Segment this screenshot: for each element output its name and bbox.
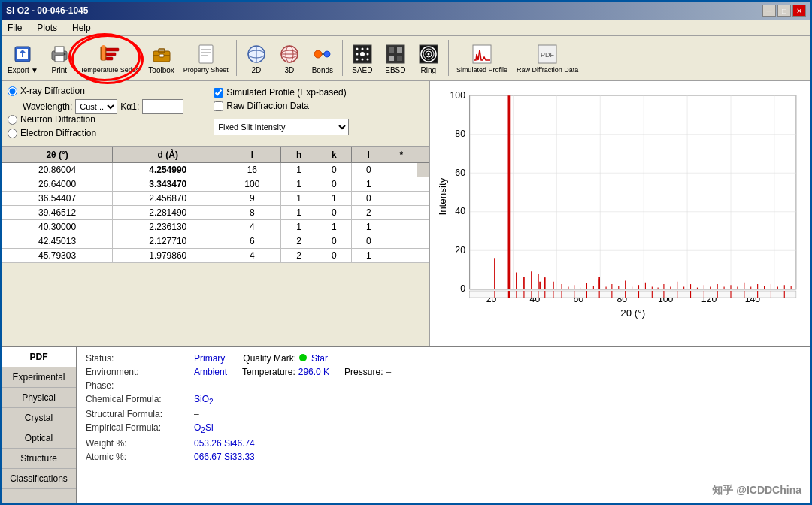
- 2d-icon: [244, 42, 268, 66]
- table-cell: 1: [317, 220, 351, 234]
- svg-point-33: [356, 58, 358, 60]
- tab-pdf[interactable]: PDF: [2, 347, 76, 367]
- close-button[interactable]: ✕: [792, 5, 806, 17]
- tab-optical[interactable]: Optical: [2, 428, 76, 449]
- export-icon: [11, 42, 35, 66]
- svg-point-38: [366, 53, 368, 55]
- window-title: Si O2 - 00-046-1045: [6, 5, 88, 16]
- raw-diffraction-text: Raw Diffraction Data: [226, 101, 309, 111]
- raw-diffraction-button[interactable]: PDF Raw Diffraction Data: [514, 41, 581, 75]
- tab-classifications[interactable]: Classifications: [2, 469, 76, 489]
- col-header-k: k: [317, 147, 351, 163]
- svg-point-32: [366, 47, 368, 50]
- xray-radio[interactable]: [8, 86, 17, 96]
- scroll-cell: [417, 177, 429, 192]
- phase-row: Phase: –: [86, 380, 801, 391]
- menu-file[interactable]: File: [5, 21, 25, 35]
- neutron-radio[interactable]: [8, 115, 17, 125]
- table-row[interactable]: 40.300002.2361304111: [2, 220, 429, 234]
- svg-text:Intensity: Intensity: [437, 177, 448, 215]
- separator-2: [342, 40, 343, 76]
- svg-point-36: [361, 58, 363, 60]
- tab-physical[interactable]: Physical: [2, 388, 76, 408]
- menu-help[interactable]: Help: [69, 21, 94, 35]
- maximize-button[interactable]: □: [777, 5, 791, 17]
- diffraction-table: 2θ (°) d (Å) I h k l * 20.860044.2: [2, 147, 429, 263]
- temperature-series-button[interactable]: Temperature Series: [77, 41, 143, 75]
- simulated-profile-checkbox[interactable]: [214, 88, 223, 98]
- simulated-profile-button[interactable]: Simulated Profile: [453, 41, 511, 75]
- table-row[interactable]: 26.640003.343470100101: [2, 177, 429, 192]
- svg-rect-10: [106, 57, 113, 60]
- table-row[interactable]: 20.860044.25499016100: [2, 163, 429, 177]
- table-cell: [386, 206, 417, 220]
- ebsd-label: EBSD: [385, 66, 405, 74]
- table-cell: 1: [281, 192, 317, 206]
- options-panel: X-ray Diffraction Wavelength: Cust... Cu…: [2, 81, 429, 147]
- table-row[interactable]: 42.450132.1277106200: [2, 234, 429, 249]
- table-cell: 1.979860: [113, 249, 223, 263]
- table-cell: 9: [223, 192, 281, 206]
- table-cell: [386, 163, 417, 177]
- scroll-cell: [417, 206, 429, 220]
- quality-label: Quality Mark:: [243, 353, 296, 364]
- atomic-value: 066.67 Si33.33: [194, 452, 255, 462]
- kalpha-input[interactable]: 1.5406: [142, 99, 183, 114]
- toolbox-button[interactable]: Toolbox: [145, 41, 177, 76]
- saed-button[interactable]: SAED: [347, 41, 377, 76]
- svg-text:2θ (°): 2θ (°): [620, 307, 645, 319]
- scroll-cell: [417, 192, 429, 206]
- toolbar: Export▼ Print: [2, 36, 810, 81]
- raw-diffraction-checkbox-label[interactable]: Raw Diffraction Data: [214, 101, 349, 111]
- electron-radio-label[interactable]: Electron Diffraction: [8, 128, 96, 138]
- minimize-button[interactable]: ─: [762, 5, 776, 17]
- ring-label: Ring: [421, 66, 437, 74]
- electron-radio[interactable]: [8, 129, 17, 138]
- print-button[interactable]: Print: [44, 41, 74, 76]
- xray-radio-label[interactable]: X-ray Diffraction: [8, 86, 85, 96]
- table-cell: 1: [317, 192, 351, 206]
- property-sheet-button[interactable]: Property Sheet: [180, 41, 232, 75]
- table-row[interactable]: 36.544072.4568709110: [2, 192, 429, 206]
- table-row[interactable]: 39.465122.2814908102: [2, 206, 429, 220]
- simulated-profile-checkbox-label[interactable]: Simulated Profile (Exp-based): [214, 87, 349, 98]
- tab-structure[interactable]: Structure: [2, 449, 76, 469]
- formula-value: SiO2: [194, 394, 214, 406]
- electron-row: Electron Diffraction: [8, 128, 183, 138]
- ring-button[interactable]: Ring: [414, 41, 444, 76]
- kalpha-label: Kα1:: [120, 101, 139, 112]
- main-content: X-ray Diffraction Wavelength: Cust... Cu…: [2, 81, 810, 346]
- neutron-radio-label[interactable]: Neutron Diffraction: [8, 114, 95, 125]
- table-cell: 100: [223, 177, 281, 192]
- tab-experimental[interactable]: Experimental: [2, 367, 76, 388]
- status-label: Status:: [86, 353, 191, 364]
- menu-plots[interactable]: Plots: [34, 21, 60, 35]
- raw-diffraction-checkbox[interactable]: [214, 101, 223, 111]
- 2d-button[interactable]: 2D: [241, 41, 271, 76]
- sidebar-tabs: PDF Experimental Physical Crystal Optica…: [2, 347, 77, 503]
- svg-rect-41: [397, 47, 402, 53]
- col-header-scroll: [417, 147, 429, 163]
- property-sheet-icon: [194, 42, 218, 66]
- weight-label: Weight %:: [86, 438, 191, 449]
- table-cell: [386, 234, 417, 249]
- table-row[interactable]: 45.793031.9798604201: [2, 249, 429, 263]
- table-cell: 1: [281, 206, 317, 220]
- wavelength-select[interactable]: Cust... CuKa MoKa: [75, 99, 117, 114]
- table-container: 2θ (°) d (Å) I h k l * 20.860044.2: [2, 147, 429, 346]
- tab-crystal[interactable]: Crystal: [2, 408, 76, 428]
- 3d-button[interactable]: 3D: [274, 41, 304, 76]
- bonds-button[interactable]: Bonds: [308, 41, 338, 76]
- table-cell: 4: [223, 249, 281, 263]
- table-cell: 39.46512: [2, 206, 113, 220]
- slit-select[interactable]: Fixed Slit Intensity Variable Slit Inten…: [214, 119, 349, 135]
- export-button[interactable]: Export▼: [5, 41, 41, 76]
- title-bar-buttons: ─ □ ✕: [762, 5, 806, 17]
- atomic-row: Atomic %: 066.67 Si33.33: [86, 452, 801, 462]
- ebsd-button[interactable]: EBSD: [380, 41, 411, 76]
- 2d-label: 2D: [251, 66, 261, 74]
- table-cell: 0: [317, 177, 351, 192]
- table-cell: 2: [351, 206, 386, 220]
- quality-dot-icon: [299, 354, 307, 361]
- formula-label: Chemical Formula:: [86, 394, 191, 404]
